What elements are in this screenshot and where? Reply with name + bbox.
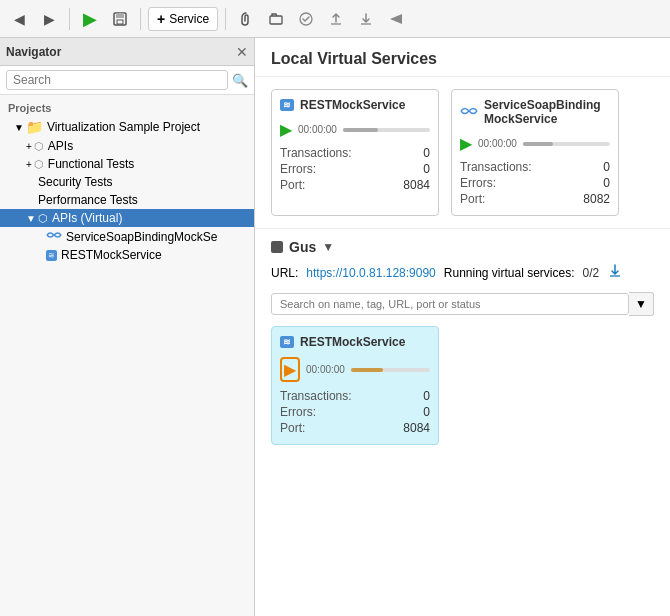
remote-rest-errors-row: Errors: 0 <box>280 404 430 420</box>
remote-rest-card-icon: ≋ <box>280 336 294 348</box>
service-label: Service <box>169 12 209 26</box>
tree-toggle-func[interactable]: + <box>26 159 32 170</box>
remote-card-rest-mock: ≋ RESTMockService ▶ 00:00:00 Transaction… <box>271 326 439 445</box>
rest-transactions-value: 0 <box>423 146 430 160</box>
remote-download-button[interactable] <box>607 263 623 282</box>
save-icon <box>112 11 128 27</box>
tree-toggle-apis[interactable]: + <box>26 141 32 152</box>
nav-item-service-soap[interactable]: ServiceSoapBindingMockSe <box>0 227 254 246</box>
download-icon <box>358 11 374 27</box>
rest-transactions-row: Transactions: 0 <box>280 145 430 161</box>
rest-play-button[interactable]: ▶ <box>280 120 292 139</box>
nav-item-label-security-tests: Security Tests <box>38 175 112 189</box>
remote-rest-transactions-row: Transactions: 0 <box>280 388 430 404</box>
soap-play-row: ▶ 00:00:00 <box>460 134 610 153</box>
rest-port-row: Port: 8084 <box>280 177 430 193</box>
run-button[interactable]: ▶ <box>77 6 103 32</box>
node-icon-apis-virtual: ⬡ <box>38 212 48 225</box>
remote-url[interactable]: https://10.0.81.128:9090 <box>306 266 435 280</box>
toolbar-divider-1 <box>69 8 70 30</box>
rest-card-icon: ≋ <box>280 99 294 111</box>
soap-play-button[interactable]: ▶ <box>460 134 472 153</box>
validate-button[interactable] <box>293 6 319 32</box>
svg-rect-2 <box>117 20 123 24</box>
filter-input[interactable] <box>271 293 629 315</box>
local-card-soap-mock: ServiceSoapBinding MockService ▶ 00:00:0… <box>451 89 619 216</box>
nav-item-rest-mock[interactable]: ≋ RESTMockService <box>0 246 254 264</box>
soap-port-row: Port: 8082 <box>460 191 610 207</box>
search-icon: 🔍 <box>232 73 248 88</box>
remote-progress-bar-container <box>351 368 430 372</box>
local-card-rest-mock: ≋ RESTMockService ▶ 00:00:00 Transaction… <box>271 89 439 216</box>
nav-item-label-rest-mock: RESTMockService <box>61 248 162 262</box>
remote-rest-card-title: RESTMockService <box>300 335 405 349</box>
soap-errors-value: 0 <box>603 176 610 190</box>
nav-item-func-tests[interactable]: + ⬡ Functional Tests <box>0 155 254 173</box>
remote-meta-row: URL: https://10.0.81.128:9090 Running vi… <box>271 263 654 282</box>
remote-rest-errors-value: 0 <box>423 405 430 419</box>
main-layout: Navigator ✕ 🔍 Projects ▼ 📁 Virtualizatio… <box>0 38 670 616</box>
running-count: 0/2 <box>583 266 600 280</box>
soap-card-title: ServiceSoapBinding MockService <box>484 98 610 126</box>
nav-item-virt-sample[interactable]: ▼ 📁 Virtualization Sample Project <box>0 117 254 137</box>
soap-port-label: Port: <box>460 192 485 206</box>
navigator-title: Navigator <box>6 45 61 59</box>
remote-dropdown-arrow[interactable]: ▼ <box>322 240 334 254</box>
soap-port-value: 8082 <box>583 192 610 206</box>
attach-button[interactable] <box>233 6 259 32</box>
soap-time: 00:00:00 <box>478 138 517 149</box>
navigator-search-input[interactable] <box>6 70 228 90</box>
nav-item-perf-tests[interactable]: Performance Tests <box>0 191 254 209</box>
local-services-section: ≋ RESTMockService ▶ 00:00:00 Transaction… <box>255 77 670 228</box>
tree-toggle-virt[interactable]: ▼ <box>14 122 24 133</box>
filter-dropdown-button[interactable]: ▼ <box>629 292 654 316</box>
svg-rect-1 <box>116 13 124 18</box>
remote-play-button[interactable]: ▶ <box>280 357 300 382</box>
rest-transactions-label: Transactions: <box>280 146 352 160</box>
nav-item-apis[interactable]: + ⬡ APIs <box>0 137 254 155</box>
soap-progress-bar <box>523 142 553 146</box>
more-button[interactable] <box>383 6 409 32</box>
forward-button[interactable]: ▶ <box>36 6 62 32</box>
navigator-tree: Projects ▼ 📁 Virtualization Sample Proje… <box>0 95 254 616</box>
soap-transactions-row: Transactions: 0 <box>460 159 610 175</box>
folder-icon-virt: 📁 <box>26 119 43 135</box>
download-button[interactable] <box>353 6 379 32</box>
soap-transactions-value: 0 <box>603 160 610 174</box>
running-label: Running virtual services: <box>444 266 575 280</box>
remote-rest-errors-label: Errors: <box>280 405 316 419</box>
tree-toggle-apis-virtual[interactable]: ▼ <box>26 213 36 224</box>
toolbar: ◀ ▶ ▶ + Service <box>0 0 670 38</box>
upload-button[interactable] <box>323 6 349 32</box>
navigator-search-box: 🔍 <box>0 66 254 95</box>
remote-header: Gus ▼ <box>271 239 654 255</box>
open-button[interactable] <box>263 6 289 32</box>
nav-item-apis-virtual[interactable]: ▼ ⬡ APIs (Virtual) <box>0 209 254 227</box>
node-icon-func: ⬡ <box>34 158 44 171</box>
nav-item-security-tests[interactable]: Security Tests <box>0 173 254 191</box>
projects-label: Projects <box>0 99 254 117</box>
rest-errors-label: Errors: <box>280 162 316 176</box>
remote-section: Gus ▼ URL: https://10.0.81.128:9090 Runn… <box>255 228 670 455</box>
remote-rest-port-value: 8084 <box>403 421 430 435</box>
soap-errors-row: Errors: 0 <box>460 175 610 191</box>
check-icon <box>298 11 314 27</box>
rest-port-label: Port: <box>280 178 305 192</box>
rest-progress-bar <box>343 128 378 132</box>
add-service-button[interactable]: + Service <box>148 7 218 31</box>
soap-card-icon <box>460 104 478 121</box>
node-icon-apis: ⬡ <box>34 140 44 153</box>
remote-rest-card-title-row: ≋ RESTMockService <box>280 335 430 349</box>
navigator-close-button[interactable]: ✕ <box>236 44 248 60</box>
soap-card-title-row: ServiceSoapBinding MockService <box>460 98 610 126</box>
rest-errors-value: 0 <box>423 162 430 176</box>
navigator-header: Navigator ✕ <box>0 38 254 66</box>
back-button[interactable]: ◀ <box>6 6 32 32</box>
remote-rest-time: 00:00:00 <box>306 364 345 375</box>
save-button[interactable] <box>107 6 133 32</box>
more-icon <box>388 11 404 27</box>
toolbar-divider-3 <box>225 8 226 30</box>
nav-item-label-service-soap: ServiceSoapBindingMockSe <box>66 230 217 244</box>
soap-errors-label: Errors: <box>460 176 496 190</box>
rest-time: 00:00:00 <box>298 124 337 135</box>
